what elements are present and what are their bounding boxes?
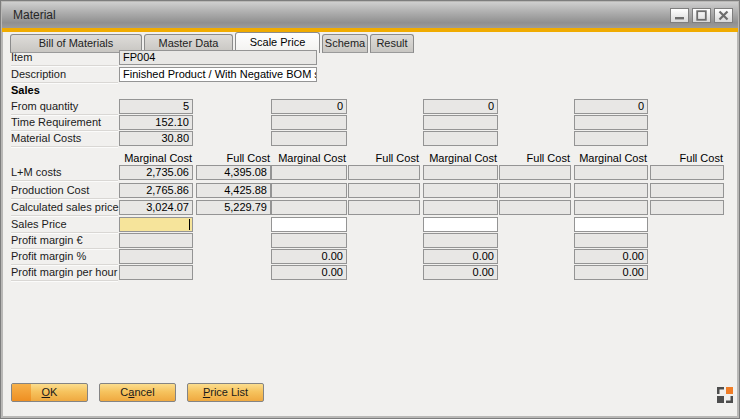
time-requirement-label: Time Requirement bbox=[11, 115, 118, 131]
calculated-sales-price-cell-1: 3,024.07 bbox=[119, 200, 193, 215]
maximize-icon bbox=[696, 10, 707, 21]
profit-margin-pct-col2: 0.00 bbox=[271, 249, 347, 264]
ok-button[interactable]: OK bbox=[11, 383, 88, 402]
description-field[interactable]: Finished Product / With Negative BOM sev… bbox=[119, 67, 317, 82]
item-label: Item bbox=[11, 50, 118, 66]
cancel-button-label: Cancel bbox=[120, 386, 154, 398]
material-window: Material Bill of Materials Master Data S… bbox=[0, 0, 740, 419]
profit-margin-pct-row: Profit margin % 0.00 0.00 0.00 bbox=[0, 249, 740, 264]
material-costs-col3 bbox=[423, 131, 498, 146]
minimize-button[interactable] bbox=[670, 8, 689, 23]
header-marginal-cost-4: Marginal Cost bbox=[574, 152, 648, 165]
header-marginal-cost-1: Marginal Cost bbox=[119, 152, 193, 165]
from-quantity-col2: 0 bbox=[271, 99, 347, 114]
calculated-sales-price-cell-5 bbox=[423, 200, 498, 215]
profit-margin-pct-col3: 0.00 bbox=[423, 249, 498, 264]
item-field: FP004 bbox=[119, 50, 317, 65]
profit-margin-per-hour-col2: 0.00 bbox=[271, 265, 347, 280]
production-cost-cell-1: 2,765.86 bbox=[119, 183, 193, 198]
profit-margin-per-hour-col1 bbox=[119, 265, 193, 280]
production-cost-cell-3 bbox=[271, 183, 347, 198]
collapse-form-button[interactable] bbox=[717, 387, 733, 403]
profit-margin-eur-col3 bbox=[423, 233, 498, 248]
cancel-button[interactable]: Cancel bbox=[99, 383, 176, 402]
sales-price-input-4[interactable] bbox=[574, 217, 648, 232]
profit-margin-pct-col4: 0.00 bbox=[574, 249, 648, 264]
header-full-cost-2: Full Cost bbox=[348, 152, 420, 165]
production-cost-row: Production Cost 2,765.86 4,425.88 bbox=[0, 183, 740, 198]
calculated-sales-price-cell-4 bbox=[348, 200, 420, 215]
profit-margin-pct-label: Profit margin % bbox=[11, 249, 118, 265]
from-quantity-label: From quantity bbox=[11, 99, 118, 115]
time-requirement-row: Time Requirement 152.10 bbox=[0, 115, 740, 130]
calculated-sales-price-cell-8 bbox=[650, 200, 724, 215]
from-quantity-row: From quantity 5 0 0 0 bbox=[0, 99, 740, 114]
profit-margin-per-hour-col3: 0.00 bbox=[423, 265, 498, 280]
production-cost-cell-5 bbox=[423, 183, 498, 198]
ok-button-label: OK bbox=[42, 386, 58, 398]
material-costs-col2 bbox=[271, 131, 347, 146]
item-row: Item FP004 bbox=[0, 50, 740, 65]
profit-margin-eur-row: Profit margin € bbox=[0, 233, 740, 248]
profit-margin-eur-col2 bbox=[271, 233, 347, 248]
production-cost-cell-2: 4,425.88 bbox=[196, 183, 271, 198]
time-requirement-col4 bbox=[574, 115, 648, 130]
minimize-icon bbox=[674, 10, 685, 21]
sales-price-label: Sales Price bbox=[11, 217, 118, 233]
lm-costs-row: L+M costs 2,735.06 4,395.08 bbox=[0, 165, 740, 180]
text-cursor-caret bbox=[189, 219, 190, 230]
lm-costs-cell-2: 4,395.08 bbox=[196, 165, 271, 180]
header-full-cost-4: Full Cost bbox=[650, 152, 724, 165]
production-cost-label: Production Cost bbox=[11, 183, 118, 199]
lm-costs-cell-7 bbox=[574, 165, 648, 180]
from-quantity-col3: 0 bbox=[423, 99, 498, 114]
description-label: Description bbox=[11, 67, 118, 83]
header-marginal-cost-2: Marginal Cost bbox=[271, 152, 347, 165]
description-row: Description Finished Product / With Nega… bbox=[0, 67, 740, 82]
maximize-button[interactable] bbox=[692, 8, 711, 23]
time-requirement-col2 bbox=[271, 115, 347, 130]
time-requirement-col1: 152.10 bbox=[119, 115, 193, 130]
sales-price-input-3[interactable] bbox=[423, 217, 498, 232]
production-cost-cell-4 bbox=[348, 183, 420, 198]
profit-margin-eur-col1 bbox=[119, 233, 193, 248]
sales-section-title: Sales bbox=[11, 84, 40, 96]
calculated-sales-price-label: Calculated sales price bbox=[11, 200, 118, 216]
lm-costs-cell-4 bbox=[348, 165, 420, 180]
material-costs-col4 bbox=[574, 131, 648, 146]
lm-costs-cell-1: 2,735.06 bbox=[119, 165, 193, 180]
production-cost-cell-6 bbox=[499, 183, 571, 198]
time-requirement-col3 bbox=[423, 115, 498, 130]
material-costs-row: Material Costs 30.80 bbox=[0, 131, 740, 146]
lm-costs-label: L+M costs bbox=[11, 165, 118, 181]
header-full-cost-1: Full Cost bbox=[196, 152, 271, 165]
close-button[interactable] bbox=[714, 8, 733, 23]
calculated-sales-price-cell-7 bbox=[574, 200, 648, 215]
lm-costs-cell-3 bbox=[271, 165, 347, 180]
calculated-sales-price-cell-6 bbox=[499, 200, 571, 215]
from-quantity-col1: 5 bbox=[119, 99, 193, 114]
from-quantity-col4: 0 bbox=[574, 99, 648, 114]
lm-costs-cell-5 bbox=[423, 165, 498, 180]
calculated-sales-price-cell-3 bbox=[271, 200, 347, 215]
header-marginal-cost-3: Marginal Cost bbox=[423, 152, 498, 165]
price-list-button-label: Price List bbox=[203, 386, 248, 398]
profit-margin-per-hour-row: Profit margin per hour 0.00 0.00 0.00 bbox=[0, 265, 740, 280]
profit-margin-per-hour-label: Profit margin per hour bbox=[11, 265, 118, 281]
window-title: Material bbox=[13, 8, 56, 22]
close-icon bbox=[718, 10, 729, 21]
profit-margin-eur-label: Profit margin € bbox=[11, 233, 118, 249]
sales-price-input-1[interactable] bbox=[119, 217, 193, 232]
sales-price-input-2[interactable] bbox=[271, 217, 347, 232]
titlebar[interactable]: Material bbox=[2, 2, 738, 28]
calculated-sales-price-row: Calculated sales price 3,024.07 5,229.79 bbox=[0, 200, 740, 215]
production-cost-cell-7 bbox=[574, 183, 648, 198]
profit-margin-pct-col1 bbox=[119, 249, 193, 264]
profit-margin-per-hour-col4: 0.00 bbox=[574, 265, 648, 280]
production-cost-cell-8 bbox=[650, 183, 724, 198]
price-list-button[interactable]: Price List bbox=[187, 383, 264, 402]
sales-price-row: Sales Price bbox=[0, 217, 740, 232]
calculated-sales-price-cell-2: 5,229.79 bbox=[196, 200, 271, 215]
window-controls bbox=[670, 8, 733, 23]
profit-margin-eur-col4 bbox=[574, 233, 648, 248]
